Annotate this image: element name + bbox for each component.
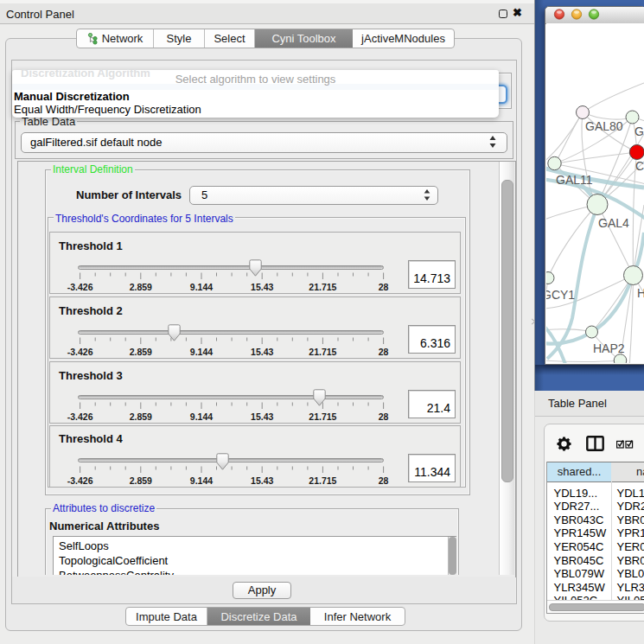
svg-text:HAP1: HAP1 (637, 286, 644, 300)
svg-text:G...: G... (634, 124, 644, 138)
svg-text:C...: C... (635, 159, 644, 173)
svg-text:GAL80: GAL80 (585, 119, 623, 133)
svg-text:GAL11: GAL11 (556, 173, 593, 187)
svg-text:GCY1: GCY1 (546, 288, 575, 302)
svg-text:GAL4: GAL4 (598, 216, 629, 230)
svg-text:HAP2: HAP2 (593, 341, 625, 355)
